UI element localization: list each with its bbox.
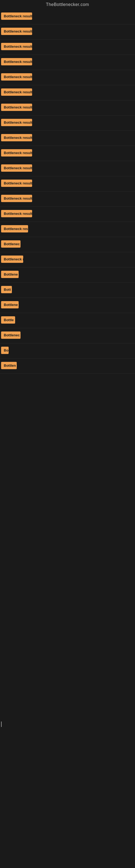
bottleneck-badge[interactable]: Bottlenec: [1, 240, 20, 248]
list-item: Bottlene: [0, 268, 135, 283]
items-list: Bottleneck resultBottleneck resultBottle…: [0, 9, 135, 374]
cursor-line: [1, 721, 2, 727]
list-item: Bottleneck result: [0, 40, 135, 55]
bottleneck-badge[interactable]: Bottleneck r: [1, 255, 23, 263]
bottleneck-badge[interactable]: Bottleneck result: [1, 12, 32, 20]
bottleneck-badge[interactable]: Bott: [1, 286, 12, 293]
list-item: Bo: [0, 343, 135, 359]
bottleneck-badge[interactable]: Bottleneck result: [1, 180, 32, 187]
list-item: Bottleneck result: [0, 176, 135, 191]
bottleneck-badge[interactable]: Bottlenec: [1, 332, 20, 339]
bottleneck-badge[interactable]: Bottleneck result: [1, 149, 32, 156]
list-item: Bottleneck result: [0, 9, 135, 24]
list-item: Bottleneck result: [0, 146, 135, 161]
bottleneck-badge[interactable]: Bottle: [1, 316, 15, 323]
bottleneck-badge[interactable]: Bottleneck result: [1, 58, 32, 65]
bottleneck-badge[interactable]: Bottleneck result: [1, 88, 32, 96]
list-item: Bottleneck result: [0, 191, 135, 207]
bottleneck-badge[interactable]: Bottleneck result: [1, 195, 32, 202]
list-item: Bottlenec: [0, 328, 135, 343]
list-item: Bottleneck result: [0, 85, 135, 100]
list-item: Bottle: [0, 313, 135, 328]
bottleneck-badge[interactable]: Bottleneck result: [1, 104, 32, 111]
bottleneck-badge[interactable]: Bottlen: [1, 362, 17, 369]
list-item: Bottleneck result: [0, 116, 135, 131]
list-item: Bottleneck result: [0, 24, 135, 40]
bottleneck-badge[interactable]: Bottleneck result: [1, 134, 32, 141]
list-item: Bottleneck result: [0, 100, 135, 116]
bottleneck-badge[interactable]: Bottleneck result: [1, 43, 32, 50]
list-item: Bottleneck res: [0, 222, 135, 237]
list-item: Bottleneck result: [0, 131, 135, 146]
list-item: Bottlen: [0, 359, 135, 374]
bottleneck-badge[interactable]: Bottleneck res: [1, 225, 28, 232]
list-item: Bottleneck result: [0, 161, 135, 176]
bottleneck-badge[interactable]: Bottleneck result: [1, 164, 32, 172]
list-item: Bottleneck result: [0, 207, 135, 222]
site-title: TheBottlenecker.com: [0, 0, 135, 9]
bottleneck-badge[interactable]: Bottlene: [1, 271, 18, 278]
list-item: Bottlene: [0, 298, 135, 313]
bottleneck-badge[interactable]: Bottlene: [1, 301, 18, 308]
bottleneck-badge[interactable]: Bottleneck result: [1, 28, 32, 35]
bottleneck-badge[interactable]: Bottleneck result: [1, 210, 32, 217]
list-item: Bottleneck result: [0, 70, 135, 85]
list-item: Bottlenec: [0, 237, 135, 252]
bottleneck-badge[interactable]: Bottleneck result: [1, 73, 32, 81]
list-item: Bottleneck r: [0, 252, 135, 268]
bottleneck-badge[interactable]: Bottleneck result: [1, 119, 32, 126]
bottleneck-badge[interactable]: Bo: [1, 347, 9, 354]
list-item: Bott: [0, 283, 135, 298]
list-item: Bottleneck result: [0, 55, 135, 70]
